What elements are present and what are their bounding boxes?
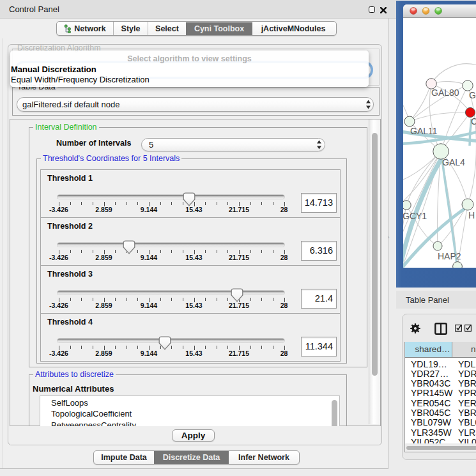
svg-text:GCY1: GCY1 [403, 211, 427, 221]
svg-text:H: H [468, 210, 475, 220]
svg-text:HAP2: HAP2 [438, 251, 461, 261]
svg-text:GAL11: GAL11 [410, 126, 438, 136]
svg-text:GAL80: GAL80 [431, 88, 459, 98]
svg-text:GAL4: GAL4 [442, 157, 465, 167]
svg-text:GA: GA [469, 90, 476, 100]
svg-text:C: C [471, 116, 476, 127]
